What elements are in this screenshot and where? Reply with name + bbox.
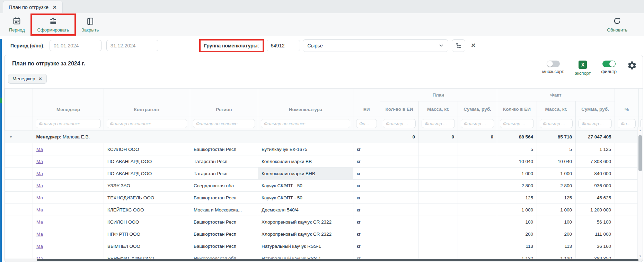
manager-link[interactable]: Ма bbox=[36, 244, 43, 249]
col-header-nomenclature[interactable]: Номенклатура bbox=[258, 89, 353, 117]
unit-cell[interactable]: кг bbox=[353, 192, 380, 204]
filter-control[interactable]: фильтр bbox=[601, 61, 617, 74]
group-select[interactable]: Сырье bbox=[303, 39, 448, 52]
filter-percent-input[interactable] bbox=[618, 119, 636, 128]
nomenclature-cell[interactable]: Коллоксилин марки ВВ bbox=[258, 155, 353, 168]
unit-cell[interactable]: кг bbox=[353, 155, 380, 168]
fact-mass-cell[interactable]: 10 040 bbox=[537, 155, 576, 168]
manager-link[interactable]: Ма bbox=[36, 207, 43, 213]
contragent-cell[interactable]: УЗЭУ ЗАО bbox=[104, 180, 190, 192]
settings-button[interactable] bbox=[627, 61, 637, 71]
table-row[interactable]: Ма КСИЛОН ООО Башкортостан Респ Бутилкау… bbox=[5, 143, 643, 155]
fact-sum-cell[interactable]: 36 160 bbox=[576, 240, 615, 252]
region-cell[interactable]: Башкортостан Респ bbox=[190, 240, 258, 252]
nomenclature-cell[interactable]: Натуральный каучук RSS-1 bbox=[258, 240, 353, 252]
group-row-manager[interactable]: ▼ Менеджер: Малова Е.В. 0 0 0 88 564 85 … bbox=[5, 130, 643, 143]
splitter-strip[interactable] bbox=[0, 39, 2, 262]
fact-mass-cell[interactable]: 113 bbox=[537, 240, 576, 252]
filter-clipped-input[interactable] bbox=[640, 119, 643, 128]
filter-plan-qty-input[interactable] bbox=[383, 119, 416, 128]
close-button[interactable]: Закрыть bbox=[77, 16, 103, 34]
filter-plan-mass-input[interactable] bbox=[422, 119, 455, 128]
date-to-input[interactable] bbox=[106, 40, 158, 51]
fact-qty-cell[interactable]: 113 bbox=[497, 240, 537, 252]
filter-nomenclature-input[interactable] bbox=[261, 119, 350, 128]
contragent-cell[interactable]: КСИЛОН ООО bbox=[104, 216, 190, 228]
fact-mass-cell[interactable]: 1 000 bbox=[537, 204, 576, 216]
filter-region-input[interactable] bbox=[193, 119, 255, 128]
vertical-scrollbar[interactable]: ▲ ▼ bbox=[637, 127, 643, 259]
contragent-cell[interactable]: ТЕХНОДИЗЕЛЬ ООО bbox=[104, 192, 190, 204]
contragent-cell[interactable]: ВЫМПЕЛ ООО bbox=[104, 240, 190, 252]
nomenclature-cell[interactable]: Коллоксилин марки ВНВ bbox=[258, 168, 353, 180]
nomenclature-cell[interactable]: Хлоропреновый каучук CR 2322 bbox=[258, 228, 353, 240]
filter-fact-sum-input[interactable] bbox=[579, 119, 612, 128]
fact-sum-cell[interactable]: 56 100 bbox=[576, 216, 615, 228]
table-row[interactable]: Ма КЛЕЙТЕКС ООО Москва и Московска... Де… bbox=[5, 204, 643, 216]
contragent-cell[interactable]: КСИЛОН ООО bbox=[104, 143, 190, 155]
unit-cell[interactable]: кг bbox=[353, 204, 380, 216]
manager-link[interactable]: Ма bbox=[36, 219, 43, 225]
fact-mass-cell[interactable]: 100 bbox=[537, 216, 576, 228]
refresh-button[interactable]: Обновить bbox=[603, 16, 632, 34]
contragent-cell[interactable]: ПО АВАНГАРД ООО bbox=[104, 168, 190, 180]
region-cell[interactable]: Татарстан Респ bbox=[190, 155, 258, 168]
period-button[interactable]: Период bbox=[5, 16, 29, 34]
col-header-fact-mass[interactable]: Масса, кг. bbox=[537, 101, 576, 117]
unit-cell[interactable]: кг bbox=[353, 240, 380, 252]
col-header-contragent[interactable]: Контрагент bbox=[104, 89, 190, 117]
nomenclature-cell[interactable]: Каучук СКЭПТ - 50 bbox=[258, 192, 353, 204]
filter-toggle[interactable] bbox=[602, 61, 616, 67]
tab-shipment-plan[interactable]: План по отгрузке ✕ bbox=[3, 1, 63, 13]
fact-mass-cell[interactable]: 2 800 bbox=[537, 180, 576, 192]
fact-sum-cell[interactable]: 1 200 000 bbox=[576, 204, 615, 216]
grouping-chip-manager[interactable]: Менеджер ✕ bbox=[8, 74, 47, 84]
group-code-input[interactable] bbox=[267, 40, 300, 51]
fact-qty-cell[interactable]: 1 000 bbox=[497, 168, 537, 180]
filter-fact-mass-input[interactable] bbox=[540, 119, 573, 128]
scroll-up-icon[interactable]: ▲ bbox=[638, 129, 643, 132]
horizontal-scrollbar[interactable] bbox=[5, 259, 643, 262]
fact-sum-cell[interactable]: 840 000 bbox=[576, 168, 615, 180]
region-cell[interactable]: Башкортостан Респ bbox=[190, 216, 258, 228]
group-tree-button[interactable] bbox=[452, 39, 465, 52]
date-from-input[interactable] bbox=[50, 40, 102, 51]
contragent-cell[interactable]: КЛЕЙТЕКС ООО bbox=[104, 204, 190, 216]
fact-mass-cell[interactable]: 200 bbox=[537, 228, 576, 240]
fact-qty-cell[interactable]: 2 800 bbox=[497, 180, 537, 192]
generate-button[interactable]: Сформировать bbox=[33, 16, 73, 34]
fact-sum-cell[interactable]: 111 000 bbox=[576, 228, 615, 240]
contragent-cell[interactable]: ПО АВАНГАРД ООО bbox=[104, 155, 190, 168]
unit-cell[interactable]: кг bbox=[353, 228, 380, 240]
nomenclature-cell[interactable]: Десмоколл 540/4 bbox=[258, 204, 353, 216]
horizontal-scroll-thumb[interactable] bbox=[37, 259, 638, 261]
table-row[interactable]: Ма КСИЛОН ООО Башкортостан Респ Хлоропре… bbox=[5, 216, 643, 228]
vertical-scroll-thumb[interactable] bbox=[638, 135, 642, 171]
fact-sum-cell[interactable]: 936 000 bbox=[576, 180, 615, 192]
table-row[interactable]: Ма ВЫМПЕЛ ООО Башкортостан Респ Натураль… bbox=[5, 240, 643, 252]
unit-cell[interactable]: кг bbox=[353, 168, 380, 180]
filter-unit-input[interactable] bbox=[356, 119, 377, 128]
region-cell[interactable]: Башкортостан Респ bbox=[190, 192, 258, 204]
fact-qty-cell[interactable]: 1 000 bbox=[497, 204, 537, 216]
nomenclature-cell[interactable]: Каучук СКЭПТ - 50 bbox=[258, 180, 353, 192]
splitter-handle[interactable] bbox=[0, 98, 2, 103]
unit-cell[interactable]: кг bbox=[353, 216, 380, 228]
table-row[interactable]: Ма НПФ РТП ООО Башкортостан Респ Хлоропр… bbox=[5, 228, 643, 240]
col-header-region[interactable]: Регион bbox=[190, 89, 258, 117]
region-cell[interactable]: Башкортостан Респ bbox=[190, 143, 258, 155]
filter-manager-input[interactable] bbox=[36, 119, 101, 128]
region-cell[interactable]: Москва и Московска... bbox=[190, 204, 258, 216]
multisort-control[interactable]: множ.сорт. bbox=[542, 61, 564, 74]
filter-fact-qty-input[interactable] bbox=[500, 119, 534, 128]
col-header-manager[interactable]: Менеджер bbox=[33, 89, 104, 117]
col-header-percent[interactable]: % bbox=[615, 89, 639, 117]
fact-sum-cell[interactable]: 45 625 bbox=[576, 192, 615, 204]
fact-mass-cell[interactable]: 125 bbox=[537, 192, 576, 204]
chip-close-icon[interactable]: ✕ bbox=[39, 76, 42, 81]
col-header-fact-qty[interactable]: Кол-во в ЕИ bbox=[497, 101, 537, 117]
filter-contragent-input[interactable] bbox=[107, 119, 187, 128]
manager-link[interactable]: Ма bbox=[36, 183, 43, 188]
table-row[interactable]: Ма УЗЭУ ЗАО Свердловская обл Каучук СКЭП… bbox=[5, 180, 643, 192]
col-header-plan-sum[interactable]: Сумма, руб. bbox=[458, 101, 497, 117]
